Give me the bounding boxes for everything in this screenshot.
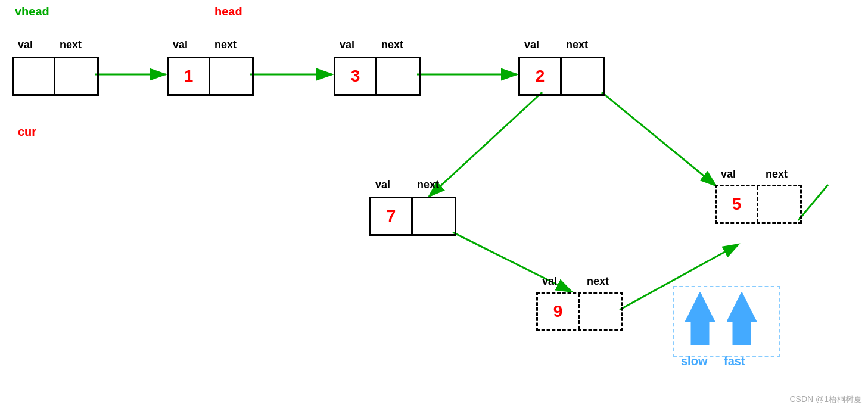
node3-val-header: val xyxy=(340,39,354,51)
node5-next-header: next xyxy=(766,168,788,180)
node9: 9 xyxy=(536,292,623,331)
svg-marker-10 xyxy=(727,292,757,345)
vhead-label: vhead xyxy=(15,5,49,18)
node2-val-header: val xyxy=(524,39,539,51)
node1: 1 xyxy=(167,57,254,96)
node3-next-header: next xyxy=(381,39,403,51)
svg-line-8 xyxy=(798,185,828,220)
node9-next-header: next xyxy=(587,275,609,288)
node1-val: 1 xyxy=(169,58,210,94)
node5-val-header: val xyxy=(721,168,736,180)
vhead-val-header: val xyxy=(18,39,33,51)
vhead-next-header: next xyxy=(60,39,82,51)
node1-val-header: val xyxy=(173,39,188,51)
node7: 7 xyxy=(369,197,456,236)
node2: 2 xyxy=(518,57,605,96)
node7-val: 7 xyxy=(371,198,413,234)
svg-line-4 xyxy=(602,92,716,186)
watermark: CSDN @1梧桐树夏 xyxy=(789,394,862,405)
node2-val: 2 xyxy=(520,58,562,94)
node9-val: 9 xyxy=(538,294,580,329)
fast-label: fast xyxy=(724,354,745,368)
node5: 5 xyxy=(715,185,802,224)
slow-label: slow xyxy=(681,354,707,368)
node7-val-header: val xyxy=(375,179,390,191)
diagram: vhead head val next val next val next va… xyxy=(0,0,868,411)
node3: 3 xyxy=(334,57,421,96)
slow-arrow xyxy=(685,292,715,348)
node1-next-header: next xyxy=(214,39,237,51)
node2-next-header: next xyxy=(566,39,588,51)
node9-val-header: val xyxy=(542,275,557,288)
svg-marker-9 xyxy=(685,292,715,345)
vhead-node xyxy=(12,57,99,96)
node5-val: 5 xyxy=(717,186,758,222)
cur-label: cur xyxy=(18,125,36,139)
node7-next-header: next xyxy=(417,179,439,191)
node3-val: 3 xyxy=(335,58,377,94)
svg-line-5 xyxy=(429,92,542,197)
fast-arrow xyxy=(727,292,757,348)
head-label: head xyxy=(214,5,242,18)
